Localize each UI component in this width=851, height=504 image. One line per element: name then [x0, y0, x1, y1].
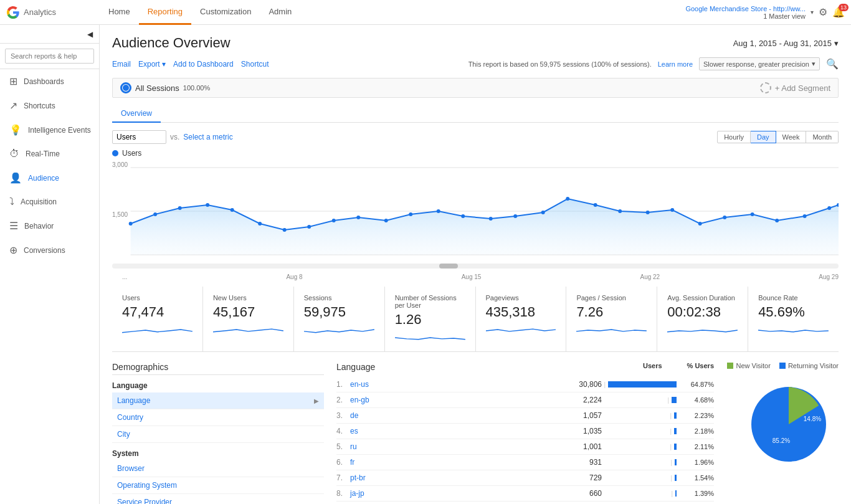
language-link[interactable]: ja-jp — [350, 489, 564, 498]
date-range-arrow: ▾ — [834, 39, 839, 48]
day-button[interactable]: Day — [751, 131, 776, 143]
row-pct: 64.87% — [677, 381, 714, 388]
nav-reporting[interactable]: Reporting — [139, 0, 191, 25]
overview-tabs: Overview — [112, 105, 839, 123]
nav-home[interactable]: Home — [100, 0, 139, 25]
language-table-row: 8. ja-jp 660 | 1.39% — [336, 486, 714, 502]
sidebar-toggle[interactable]: ◀ — [0, 25, 99, 44]
row-users: 2,224 — [564, 396, 602, 404]
toolbar-left: Email Export ▾ Add to Dashboard Shortcut — [112, 60, 269, 69]
dashboards-icon: ⊞ — [9, 75, 17, 87]
pie-chart-svg: 14.8% 85.2% — [739, 374, 839, 474]
add-dashboard-button[interactable]: Add to Dashboard — [173, 60, 234, 69]
returning-visitor-legend: Returning Visitor — [779, 362, 839, 369]
y-label-high: 3,000 — [112, 161, 128, 168]
scrollbar-thumb[interactable] — [439, 264, 458, 269]
report-toolbar: Email Export ▾ Add to Dashboard Shortcut… — [112, 57, 839, 70]
svg-point-26 — [723, 216, 726, 219]
language-link[interactable]: en-us — [350, 380, 564, 389]
sidebar-item-acquisition[interactable]: ⤵ Acquisition — [0, 190, 99, 214]
demo-system-section: System — [112, 449, 324, 458]
demo-link-city[interactable]: City — [112, 426, 324, 443]
demo-link-service-provider[interactable]: Service Provider — [112, 494, 324, 504]
month-button[interactable]: Month — [806, 131, 839, 143]
demo-link-language[interactable]: Language ▶ — [112, 392, 324, 409]
add-segment-button[interactable]: + Add Segment — [748, 82, 830, 93]
language-link[interactable]: es — [350, 427, 564, 435]
language-link[interactable]: en-gb — [350, 396, 564, 404]
main-content: Audience Overview Aug 1, 2015 - Aug 31, … — [100, 25, 851, 504]
svg-point-13 — [384, 219, 388, 222]
language-link[interactable]: fr — [350, 458, 564, 467]
logo[interactable]: Analytics — [6, 6, 87, 19]
language-link[interactable]: de — [350, 411, 564, 420]
time-period-buttons: Hourly Day Week Month — [717, 131, 839, 143]
svg-point-24 — [670, 208, 674, 212]
language-table-row: 6. fr 931 | 1.96% — [336, 455, 714, 470]
notifications[interactable]: 🔔 13 — [832, 6, 845, 18]
date-axis: ... Aug 8 Aug 15 Aug 22 Aug 29 — [112, 273, 839, 280]
language-link[interactable]: pt-br — [350, 473, 564, 482]
account-info[interactable]: Google Merchandise Store - http://ww... … — [685, 5, 806, 20]
demo-language-section: Language — [112, 381, 324, 390]
demo-link-browser[interactable]: Browser — [112, 460, 324, 477]
chart-scrollbar[interactable] — [112, 264, 839, 269]
sparkline-pageviews — [486, 324, 556, 336]
demographics-panel: Demographics Language Language ▶ Country… — [112, 362, 324, 504]
nav-right: Google Merchandise Store - http://ww... … — [685, 5, 845, 20]
language-link[interactable]: ru — [350, 442, 564, 451]
audience-icon: 👤 — [9, 172, 22, 184]
sidebar-item-shortcuts[interactable]: ↗ Shortcuts — [0, 93, 99, 118]
metric-dropdown[interactable]: Users Sessions Pageviews — [112, 130, 166, 144]
language-panel: Language Users % Users 1. en-us 30,806 |… — [336, 362, 714, 504]
sparkline-sessions — [304, 324, 374, 336]
sidebar-item-dashboards[interactable]: ⊞ Dashboards — [0, 69, 99, 93]
hourly-button[interactable]: Hourly — [717, 131, 751, 143]
toolbar-right: This report is based on 59,975 sessions … — [468, 57, 839, 70]
metric-new-users: New Users 45,167 — [203, 287, 294, 352]
search-input[interactable] — [5, 49, 94, 64]
bar-container: | — [602, 475, 677, 482]
precision-selector[interactable]: Slower response, greater precision ▾ — [699, 57, 820, 70]
nav-links: Home Reporting Customization Admin — [100, 0, 685, 25]
learn-more-link[interactable]: Learn more — [658, 60, 693, 68]
settings-icon[interactable]: ⚙ — [819, 6, 827, 18]
users-legend-dot — [112, 150, 118, 156]
top-navigation: Analytics Home Reporting Customization A… — [0, 0, 851, 25]
sidebar-item-audience[interactable]: 👤 Audience — [0, 166, 99, 190]
sidebar-item-behavior[interactable]: ☰ Behavior — [0, 214, 99, 238]
demo-link-country[interactable]: Country — [112, 409, 324, 426]
svg-point-29 — [803, 214, 807, 218]
row-users: 1,001 — [564, 442, 602, 451]
shortcut-button[interactable]: Shortcut — [241, 60, 269, 69]
pie-chart-section: New Visitor Returning Visitor — [714, 362, 839, 474]
bar-container: | — [602, 444, 677, 450]
select-metric-link[interactable]: Select a metric — [183, 133, 232, 141]
nav-admin[interactable]: Admin — [260, 0, 300, 25]
nav-customization[interactable]: Customization — [191, 0, 260, 25]
account-dropdown-arrow[interactable]: ▾ — [811, 9, 814, 16]
demo-link-os[interactable]: Operating System — [112, 477, 324, 494]
realtime-icon: ⏱ — [9, 148, 19, 159]
date-range-picker[interactable]: Aug 1, 2015 - Aug 31, 2015 ▾ — [733, 39, 839, 48]
email-button[interactable]: Email — [112, 60, 131, 69]
row-users: 1,057 — [564, 411, 602, 420]
week-button[interactable]: Week — [776, 131, 807, 143]
tab-overview[interactable]: Overview — [112, 105, 161, 123]
sidebar-item-conversions[interactable]: ⊕ Conversions — [0, 238, 99, 262]
language-table-row: 5. ru 1,001 | 2.11% — [336, 439, 714, 455]
bar — [608, 381, 677, 388]
sidebar: ◀ ⊞ Dashboards ↗ Shortcuts 💡 Intelligenc… — [0, 25, 100, 504]
chart-area: 3,000 1,500 — [112, 161, 839, 261]
svg-point-3 — [129, 222, 133, 226]
export-button[interactable]: Export ▾ — [138, 60, 166, 69]
metric-select: Users Sessions Pageviews vs. Select a me… — [112, 130, 233, 144]
row-number: 4. — [336, 427, 350, 435]
ga-logo-icon — [6, 6, 20, 19]
language-header: Language Users % Users — [336, 362, 714, 372]
row-number: 7. — [336, 473, 350, 482]
sidebar-item-realtime[interactable]: ⏱ Real-Time — [0, 142, 99, 166]
filter-icon[interactable]: 🔍 — [826, 58, 839, 70]
chart-legend: Users — [112, 149, 839, 158]
sidebar-item-intelligence[interactable]: 💡 Intelligence Events — [0, 118, 99, 142]
